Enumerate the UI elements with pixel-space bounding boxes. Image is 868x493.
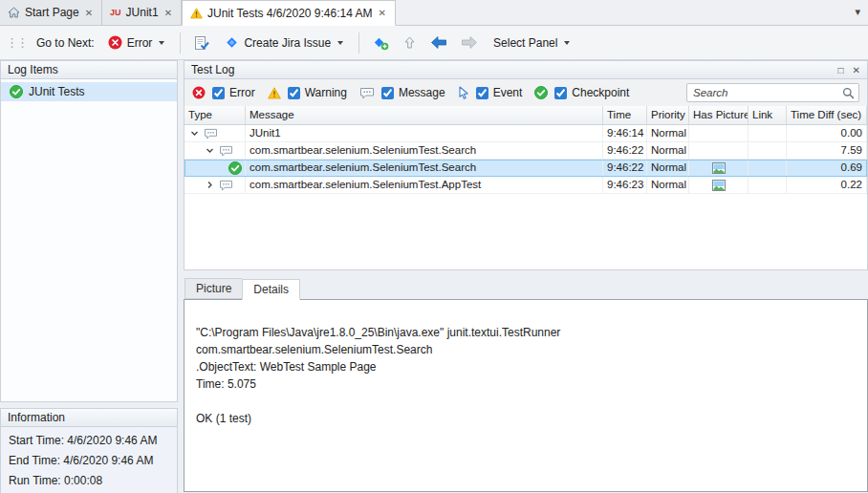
message-filter-checkbox[interactable] [381,87,394,99]
chevron-down-icon [337,41,343,45]
error-button-label: Error [127,36,153,50]
filter-checkpoint: Checkpoint [534,86,629,99]
tab-junit-tests-log[interactable]: JUnit Tests 4/6/2020 9:46:14 AM ✕ [182,0,396,26]
end-time-text: End Time: 4/6/2020 9:46 AM [9,451,169,471]
filter-bar: Error Warning Message [184,79,868,106]
jira-icon [225,35,239,50]
log-items-header: Log Items [0,60,178,79]
cell-link [749,177,787,193]
details-line: .ObjectText: WebTest Sample Page [196,358,857,375]
column-header-priority[interactable]: Priority [647,106,689,124]
cell-time-diff: 0.00 [787,125,867,141]
test-log-panel: Test Log □ ✕ Error Warning [184,60,868,492]
column-header-time-diff[interactable]: Time Diff (sec) [787,106,867,124]
information-body: Start Time: 4/6/2020 9:46 AM End Time: 4… [0,427,178,493]
warning-icon [268,87,281,99]
information-title: Information [8,411,65,424]
expander-down-icon[interactable] [190,129,199,138]
picture-icon[interactable] [712,162,726,174]
chevron-down-icon [159,41,164,45]
warning-filter-checkbox[interactable] [288,87,300,99]
column-header-time[interactable]: Time [603,106,647,124]
cell-time-diff: 7.59 [787,142,867,159]
error-icon [108,35,122,50]
cell-message: com.smartbear.selenium.SeleniumTest.AppT… [246,177,603,193]
details-content: "C:\Program Files\Java\jre1.8.0_25\Bin\j… [184,299,868,492]
cell-link [749,142,787,159]
log-item-junit-tests[interactable]: JUnit Tests [1,82,177,101]
information-header: Information [0,408,178,427]
checkpoint-success-icon [228,161,242,175]
select-panel-button[interactable]: Select Panel [488,32,575,54]
tab-picture[interactable]: Picture [184,278,242,299]
create-jira-issue-button[interactable]: Create Jira Issue [219,32,349,54]
search-input[interactable] [693,87,842,98]
information-panel: Information Start Time: 4/6/2020 9:46 AM… [0,408,178,492]
cell-priority: Normal [647,142,689,159]
cell-link [749,125,787,141]
table-row-selected[interactable]: com.smartbear.selenium.SeleniumTest.Sear… [184,160,867,177]
event-filter-checkbox[interactable] [476,87,488,99]
grid-header-row: Type Message Time Priority Has Picture L… [184,106,867,125]
go-to-next-error-button[interactable]: Error [102,32,171,54]
add-jira-item-button[interactable] [369,32,393,54]
details-tab-bar: Picture Details [184,278,868,299]
details-line: Time: 5.075 [196,375,857,393]
up-one-level-button[interactable] [399,32,421,54]
post-issue-button[interactable] [190,32,213,54]
column-header-link[interactable]: Link [749,106,787,124]
close-icon[interactable]: ✕ [163,8,173,18]
details-line: com.smartbear.selenium.SeleniumTest.Sear… [196,341,857,358]
tab-start-page[interactable]: Start Page ✕ [0,0,102,25]
close-icon[interactable]: ✕ [378,8,387,18]
close-panel-icon[interactable]: ✕ [853,65,860,75]
select-panel-label: Select Panel [493,36,557,50]
checkpoint-filter-checkbox[interactable] [554,87,567,99]
cell-message: com.smartbear.selenium.SeleniumTest.Sear… [246,160,603,176]
start-time-text: Start Time: 4/6/2020 9:46 AM [9,431,169,451]
tab-overflow-chevron-icon[interactable]: ▾ [855,6,860,18]
chevron-down-icon [564,41,570,45]
cell-link [749,160,787,176]
table-row[interactable]: com.smartbear.selenium.SeleniumTest.AppT… [184,177,867,194]
junit-icon: JU [110,8,121,17]
cursor-event-icon [458,86,469,99]
home-icon [8,7,20,18]
back-arrow-button[interactable] [426,32,451,54]
expander-down-icon[interactable] [206,146,214,155]
cell-message: com.smartbear.selenium.SeleniumTest.Sear… [246,142,603,159]
cell-message: JUnit1 [246,125,603,141]
column-header-message[interactable]: Message [246,106,603,124]
left-sidebar: Log Items JUnit Tests Information Start … [0,60,178,492]
cell-time: 9:46:22 [603,142,647,159]
run-time-text: Run Time: 0:00:08 [9,471,169,491]
message-bubble-icon [359,87,375,99]
cell-time: 9:46:22 [603,160,647,176]
search-icon[interactable] [842,87,855,99]
forward-arrow-button[interactable] [457,32,482,54]
column-header-has-picture[interactable]: Has Picture [689,106,749,124]
table-row[interactable]: com.smartbear.selenium.SeleniumTest.Sear… [184,142,867,160]
cell-priority: Normal [647,160,689,176]
test-log-icon [190,8,203,19]
cell-time-diff: 0.69 [787,160,867,176]
toolbar-separator [358,32,359,54]
close-icon[interactable]: ✕ [84,8,94,18]
details-line: "C:\Program Files\Java\jre1.8.0_25\Bin\j… [196,324,857,341]
maximize-panel-icon[interactable]: □ [838,65,844,75]
column-header-type[interactable]: Type [184,106,246,124]
filter-label: Message [399,86,445,99]
error-filter-checkbox[interactable] [212,87,225,99]
tab-junit1[interactable]: JU JUnit1 ✕ [102,0,182,25]
checkpoint-icon [534,86,548,99]
expander-right-icon[interactable] [206,181,214,189]
tab-details[interactable]: Details [242,279,300,300]
cell-time: 9:46:14 [603,125,647,141]
filter-event: Event [458,86,523,99]
cell-has-picture [689,177,749,193]
table-row[interactable]: JUnit1 9:46:14 Normal 0.00 [184,125,867,142]
tab-label: JUnit Tests 4/6/2020 9:46:14 AM [207,7,373,20]
filter-warning: Warning [268,86,347,99]
picture-icon[interactable] [712,180,726,191]
create-jira-issue-label: Create Jira Issue [244,36,331,50]
